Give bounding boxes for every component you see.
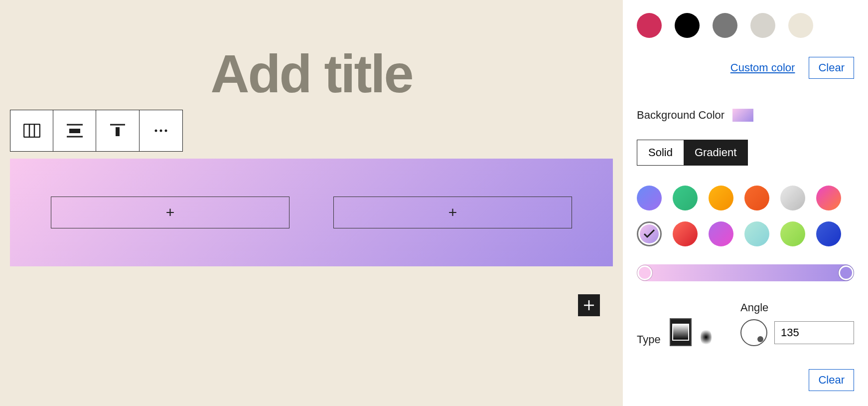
text-swatch-gray[interactable] [713,13,737,38]
text-swatch-black[interactable] [675,13,700,38]
editor-canvas: Add title + + [0,0,623,406]
text-swatch-vivid-red[interactable] [637,13,662,38]
settings-sidebar: Custom color Clear Background Color Soli… [623,0,868,406]
post-title-placeholder[interactable]: Add title [10,42,613,105]
svg-rect-7 [116,127,120,136]
more-icon [154,129,167,132]
add-block-button[interactable] [578,294,600,316]
gradient-preset-grid [637,186,856,246]
align-center-icon [67,123,83,138]
gradient-preset-pink-purple-selected[interactable] [637,221,662,246]
segment-gradient[interactable]: Gradient [684,140,747,165]
align-top-icon [110,123,125,138]
angle-dial-indicator [757,336,763,342]
svg-point-9 [159,130,162,132]
clear-text-color-button[interactable]: Clear [809,57,854,79]
checkmark-icon [643,229,655,239]
plus-icon [583,300,594,311]
gradient-type-radial-button[interactable] [701,328,712,346]
svg-rect-13 [673,324,689,340]
custom-color-link[interactable]: Custom color [730,61,795,74]
toolbar-align-button[interactable] [53,110,97,152]
linear-gradient-icon [671,322,691,342]
gradient-preset-silver[interactable] [780,186,805,210]
gradient-preset-green[interactable] [673,186,698,210]
svg-point-10 [164,130,167,132]
gradient-preset-red-orange[interactable] [744,186,769,210]
toolbar-columns-button[interactable] [10,110,54,152]
angle-input[interactable] [774,321,854,344]
gradient-preset-red[interactable] [673,221,698,246]
gradient-type-linear-button[interactable] [670,318,692,346]
text-swatch-light-gray[interactable] [750,13,775,38]
gradient-preset-orange[interactable] [709,186,733,210]
clear-background-button[interactable]: Clear [809,369,854,391]
gradient-preset-violet-magenta[interactable] [709,221,733,246]
gradient-angle-label: Angle [740,301,854,314]
column-placeholder-1[interactable]: + [51,197,289,228]
gradient-stop-end[interactable] [839,265,854,280]
text-color-swatches [637,13,854,38]
svg-rect-0 [24,124,40,137]
block-toolbar [10,110,613,152]
columns-icon [23,124,40,138]
gradient-slider[interactable] [637,264,854,281]
gradient-preset-magenta-orange[interactable] [816,186,841,210]
gradient-stop-start[interactable] [637,265,652,280]
svg-rect-4 [69,129,80,133]
toolbar-more-button[interactable] [139,110,183,152]
text-swatch-off-white[interactable] [788,13,813,38]
gradient-preset-lime[interactable] [780,221,805,246]
background-color-preview [732,109,753,122]
column-placeholder-2[interactable]: + [333,197,572,228]
angle-dial[interactable] [740,319,767,346]
gradient-preset-teal-mint[interactable] [744,221,769,246]
toolbar-vertical-align-button[interactable] [96,110,140,152]
svg-point-8 [154,130,157,132]
gradient-preset-blue-purple[interactable] [637,186,662,210]
gradient-preset-blue[interactable] [816,221,841,246]
background-color-label: Background Color [637,109,724,122]
segment-solid[interactable]: Solid [637,140,684,165]
color-mode-segmented-control: Solid Gradient [637,140,748,166]
columns-block[interactable]: + + [10,159,613,266]
gradient-type-label: Type [637,333,661,346]
